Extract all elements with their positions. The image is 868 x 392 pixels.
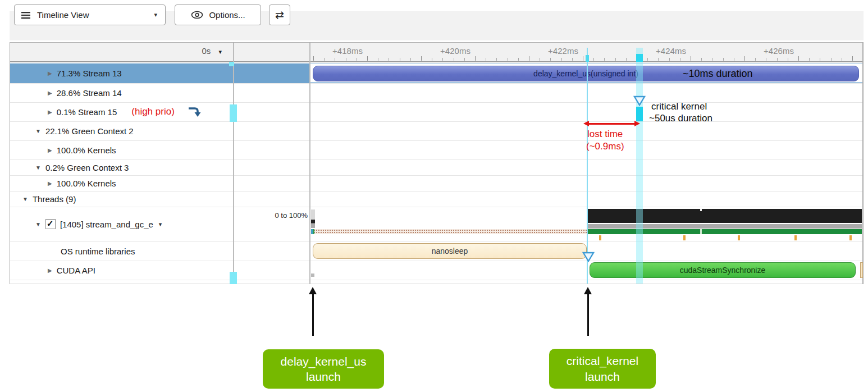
time-origin-label[interactable]: 0s ▾ <box>168 46 222 56</box>
kernel-bar-delay-kernel-us[interactable]: delay_kernel_us(unsigned int) <box>313 66 859 81</box>
ruler-minor-tick <box>572 58 573 61</box>
swap-rows-button[interactable]: ⇄ <box>269 4 290 25</box>
ruler-minor-tick <box>820 58 820 61</box>
ruler-minor-tick <box>831 58 832 61</box>
ruler-minor-tick <box>798 56 799 61</box>
sidebar-row-stream15[interactable]: ▶ 0.1% Stream 15 (high prio) <box>10 102 309 121</box>
sidebar-row-gc3-kernels[interactable]: ▶ 100.0% Kernels <box>10 175 309 191</box>
row-label: Threads (9) <box>33 194 76 204</box>
cursor-ruler-tick <box>586 55 589 62</box>
collapse-arrow-icon[interactable]: ▼ <box>22 196 28 202</box>
launch-arrow-line <box>587 293 589 336</box>
options-button[interactable]: Options... <box>175 4 261 25</box>
cuda-api-bar-stream-synchronize[interactable]: cudaStreamSynchronize <box>590 262 856 278</box>
collapse-arrow-icon[interactable]: ▼ <box>35 128 41 134</box>
thread-state-bar-running[interactable] <box>588 229 862 234</box>
ruler-area[interactable]: +418ms+420ms+422ms+424ms+426ms <box>0 43 862 61</box>
ruler-minor-tick <box>658 58 659 61</box>
view-selector-label: Timeline View <box>37 10 89 20</box>
ruler-minor-tick <box>691 56 691 61</box>
ruler-tick-label: +422ms <box>548 46 578 56</box>
panel-right-border <box>862 42 864 284</box>
cuda-api-bar-clipped[interactable] <box>860 262 863 278</box>
column-divider[interactable] <box>233 43 234 284</box>
os-event-tick <box>683 235 686 240</box>
expand-arrow-icon[interactable]: ▶ <box>48 147 52 153</box>
ruler-minor-tick <box>561 58 562 61</box>
ruler-minor-tick <box>723 58 724 61</box>
thread-state-fragment <box>313 229 314 234</box>
ruler-minor-tick <box>442 58 443 61</box>
view-selector-button[interactable]: Timeline View ▾ <box>14 4 166 25</box>
sidebar-row-os-runtime[interactable]: OS runtime libraries <box>10 241 309 261</box>
ruler-minor-tick <box>313 56 314 61</box>
collapse-arrow-icon[interactable]: ▼ <box>35 165 41 171</box>
marker-triangle-icon[interactable] <box>582 252 595 262</box>
corner-down-arrow-icon <box>187 106 202 118</box>
ruler-minor-tick <box>842 58 842 61</box>
row-label: 28.6% Stream 14 <box>57 88 122 98</box>
ruler-minor-tick <box>389 58 389 61</box>
ruler-minor-tick <box>367 56 368 61</box>
nsight-timeline-window: Timeline View ▾ Options... ⇄ 0s ▾ +418ms… <box>0 0 868 392</box>
ruler-minor-tick <box>410 58 411 61</box>
ruler-minor-tick <box>550 58 551 61</box>
expand-arrow-icon[interactable]: ▶ <box>48 90 52 96</box>
thread-state-bar-sleeping[interactable] <box>311 229 588 234</box>
critical-kernel-slice[interactable] <box>636 107 643 121</box>
ruler-tick-label: +420ms <box>440 46 470 56</box>
expand-arrow-icon[interactable]: ▶ <box>48 180 52 186</box>
timeline-start-divider[interactable] <box>309 43 310 284</box>
ruler-minor-tick <box>486 58 486 61</box>
cpu-usage-bar[interactable] <box>588 209 862 223</box>
ruler-minor-tick <box>324 58 325 61</box>
ruler-tick-label: +424ms <box>656 46 686 56</box>
ruler-minor-tick <box>809 58 810 61</box>
ruler-minor-tick <box>734 58 734 61</box>
thread-state-bar-gray[interactable] <box>588 224 862 229</box>
ruler-bottom-border <box>10 61 862 62</box>
sidebar-row-gc2-kernels[interactable]: ▶ 100.0% Kernels <box>10 140 309 159</box>
timeline-cursor-line <box>587 48 588 284</box>
thread-state-fragment <box>311 224 315 228</box>
sidebar-row-cuda-api[interactable]: ▶ CUDA API <box>10 261 309 280</box>
marker-triangle-icon[interactable] <box>633 95 646 106</box>
sidebar-row-threads[interactable]: ▼ Threads (9) <box>10 191 309 207</box>
os-event-tick <box>599 235 601 240</box>
critical-kernel-annotation-line1: critical kernel <box>651 101 707 112</box>
swap-arrows-icon: ⇄ <box>275 8 284 21</box>
ruler-minor-tick <box>475 56 476 61</box>
high-prio-annotation: (high prio) <box>131 106 175 117</box>
ruler-minor-tick <box>454 58 454 61</box>
highlight-band <box>636 48 643 284</box>
band-ruler-tick <box>636 54 643 62</box>
ruler-minor-tick <box>421 56 422 61</box>
chevron-down-icon: ▾ <box>154 11 157 19</box>
chevron-down-icon[interactable]: ▾ <box>159 221 162 228</box>
os-event-tick <box>794 235 797 240</box>
sidebar-row-stream14[interactable]: ▶ 28.6% Stream 14 <box>10 83 309 102</box>
duration-annotation: ~10ms duration <box>683 68 753 80</box>
lost-time-arrow <box>588 123 635 125</box>
cpu-scale-label: 0 to 100% <box>233 211 308 220</box>
ruler-minor-tick <box>593 58 594 61</box>
sidebar-row-stream13[interactable]: ▶ 71.3% Stream 13 <box>10 63 309 83</box>
cursor-mini-marker <box>229 62 234 66</box>
panel-bottom-border <box>10 284 862 284</box>
os-event-tick <box>849 235 852 240</box>
ruler-minor-tick <box>540 58 540 61</box>
os-runtime-bar-nanosleep[interactable]: nanosleep <box>313 243 587 259</box>
sidebar-row-green-context-3[interactable]: ▼ 0.2% Green Context 3 <box>10 159 309 175</box>
expand-arrow-icon[interactable]: ▶ <box>48 70 52 76</box>
thread-state-notch <box>700 229 702 234</box>
ruler-minor-tick <box>529 56 529 61</box>
collapse-arrow-icon[interactable]: ▼ <box>35 221 41 227</box>
expand-arrow-icon[interactable]: ▶ <box>48 109 52 115</box>
ruler-minor-tick <box>777 58 778 61</box>
cuda-api-cursor-marker <box>230 272 237 284</box>
row-separator <box>10 280 862 280</box>
sidebar-row-green-context-2[interactable]: ▼ 22.1% Green Context 2 <box>10 121 309 140</box>
thread-checkbox[interactable] <box>45 219 56 229</box>
expand-arrow-icon[interactable]: ▶ <box>48 267 52 274</box>
row-label: 0.1% Stream 15 <box>57 107 117 117</box>
